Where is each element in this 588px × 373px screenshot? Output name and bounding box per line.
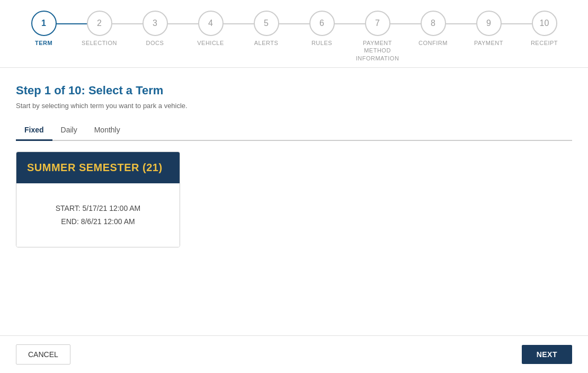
term-tabs: Fixed Daily Monthly: [16, 120, 572, 141]
step-9[interactable]: 9 PAYMENT: [461, 11, 516, 47]
term-card[interactable]: SUMMER SEMESTER (21) START: 5/17/21 12:0…: [16, 152, 180, 247]
step-3[interactable]: 3 DOCS: [127, 11, 183, 47]
tab-daily[interactable]: Daily: [52, 120, 86, 141]
tab-fixed[interactable]: Fixed: [16, 120, 52, 141]
step-label-10: RECEIPT: [531, 39, 558, 47]
step-label-6: RULES: [311, 39, 332, 47]
term-card-header: SUMMER SEMESTER (21): [16, 152, 180, 183]
stepper: 1 TERM 2 SELECTION 3 DOCS 4 VEHICLE 5 AL…: [0, 0, 588, 68]
step-10[interactable]: 10 RECEIPT: [516, 11, 572, 47]
step-circle-5: 5: [254, 11, 279, 36]
step-label-5: ALERTS: [254, 39, 279, 47]
step-4[interactable]: 4 VEHICLE: [183, 11, 238, 47]
step-circle-8: 8: [421, 11, 446, 36]
step-circle-6: 6: [309, 11, 335, 36]
footer: CANCEL NEXT: [0, 335, 588, 373]
step-2[interactable]: 2 SELECTION: [72, 11, 127, 47]
step-7[interactable]: 7 PAYMENTMETHODINFORMATION: [350, 11, 405, 62]
term-card-body: START: 5/17/21 12:00 AM END: 8/6/21 12:0…: [16, 183, 180, 247]
step-circle-1: 1: [31, 11, 57, 36]
tab-monthly[interactable]: Monthly: [86, 120, 129, 141]
step-circle-7: 7: [365, 11, 390, 36]
step-circle-4: 4: [198, 11, 224, 36]
next-button[interactable]: NEXT: [522, 345, 572, 364]
step-5[interactable]: 5 ALERTS: [238, 11, 294, 47]
step-heading: Step 1 of 10: Select a Term: [16, 84, 572, 97]
term-start-date: START: 5/17/21 12:00 AM: [27, 202, 169, 215]
term-end-date: END: 8/6/21 12:00 AM: [27, 215, 169, 228]
main-content: Step 1 of 10: Select a Term Start by sel…: [0, 68, 588, 335]
step-circle-2: 2: [87, 11, 112, 36]
step-label-8: CONFIRM: [418, 39, 448, 47]
step-label-7: PAYMENTMETHODINFORMATION: [356, 39, 399, 62]
step-label-1: TERM: [35, 39, 52, 47]
step-8[interactable]: 8 CONFIRM: [405, 11, 461, 47]
step-label-9: PAYMENT: [474, 39, 503, 47]
step-label-4: VEHICLE: [197, 39, 224, 47]
step-1[interactable]: 1 TERM: [16, 11, 72, 47]
step-label-2: SELECTION: [82, 39, 117, 47]
step-circle-3: 3: [142, 11, 168, 36]
cancel-button[interactable]: CANCEL: [16, 344, 70, 365]
step-circle-10: 10: [532, 11, 557, 36]
step-label-3: DOCS: [146, 39, 164, 47]
step-heading-prefix: Step 1 of 10:: [16, 84, 85, 97]
step-subtitle: Start by selecting which term you want t…: [16, 102, 572, 110]
step-6[interactable]: 6 RULES: [294, 11, 350, 47]
step-heading-highlight: Select a Term: [88, 84, 163, 97]
step-circle-9: 9: [476, 11, 502, 36]
